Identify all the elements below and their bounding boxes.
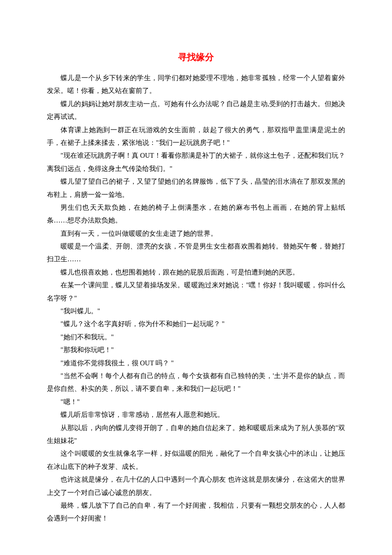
paragraph: 男生们也天天欺负她，在她的椅子上倒满墨水，在她的麻布书包上画画，在她的背上贴纸条… (47, 201, 345, 227)
paragraph: "蝶儿？这个名字真好听，你为什不和她们一起玩呢？ " (47, 318, 345, 330)
paragraph: "那我和你玩吧！" (47, 344, 345, 356)
paragraph: 蝶儿是一个从乡下转来的学生，同学们都对她爱理不理地，她非常孤独，经常一个人望着窗… (47, 72, 345, 98)
paragraph: 这个叫暖暖的女生就像名字一样，好似温暖的阳光，融化了一个自卑女孩心中的冰山，让她… (47, 447, 345, 473)
paragraph: 直到有一天，一位叫做暖暖的女生走进了她的世界。 (47, 227, 345, 240)
paragraph: "现在谁还玩跳房子啊！真 OUT！看看你那满是补丁的大裙子，就你这土包子，还配和… (47, 149, 345, 175)
paragraph: 体育课上她跑到一群正在玩游戏的女生面前，鼓起了很大的勇气，那双指甲盖里满是泥土的… (47, 124, 345, 150)
paragraph: "当然不会啊！每个人都有自己的特点，每个女孩都有自己独特的美，'土'并不是你的缺… (47, 370, 345, 396)
paragraph: 也许这就是缘分，在几十亿的人口中遇到一个真心朋友 也许这就是朋友缘分，在这偌大的… (47, 473, 345, 499)
paragraph: "我叫蝶儿。" (47, 305, 345, 318)
paragraph: 从那以后，内向的蝶儿变得开朗了，自卑的她自信起来了。她和暖暖后来成为了别人羡慕的… (47, 422, 345, 448)
paragraph: 蝶儿望了望自己的裙子，又望了望她们的名牌服饰，低下了头，晶莹的泪水滴在了那双发黑… (47, 175, 345, 201)
paragraph: 最终，蝶儿放下了自己的自卑，有了一个好闺蜜，我相信，只要有一颗想交朋友的心，人人… (47, 499, 345, 525)
paragraph: "嗯！" (47, 396, 345, 408)
paragraph: 暖暖是一个温柔、开朗、漂亮的女孩，不管是男生女生都喜欢围着她转。替她买午餐，替她… (47, 240, 345, 266)
document-title: 寻找缘分 (47, 51, 345, 63)
paragraph: 蝶儿听后非常惊讶，非常感动，居然有人愿意和她玩。 (47, 408, 345, 421)
paragraph: 蝶儿也很喜欢她，也想围着她转，跟在她的屁股后面跑，可是怕遭到她的厌恶。 (47, 266, 345, 279)
paragraph: "她们不和我玩。" (47, 331, 345, 344)
paragraph: 在某一个课间里，蝶儿又望着操场发呆。暖暖跑过来对她说："嘿！你好！我叫暖暖，你叫… (47, 279, 345, 305)
document-page: 寻找缘分 蝶儿是一个从乡下转来的学生，同学们都对她爱理不理地，她非常孤独，经常一… (0, 0, 392, 555)
paragraph: "难道你不觉得我很土，很 OUT 吗？ " (47, 357, 345, 370)
paragraph: 蝶儿的妈妈让她对朋友主动一点。可她有什么办法呢？自己越是主动,受到的打击越大。但… (47, 98, 345, 124)
